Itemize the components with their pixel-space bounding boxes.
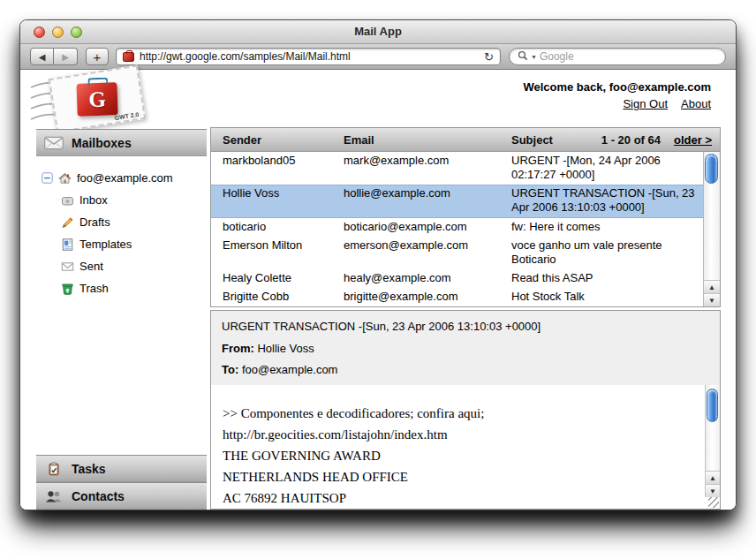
gwt-logo: G GWT 2.0 (49, 64, 146, 132)
tree-item-trash[interactable]: Trash (60, 277, 201, 299)
to-value: foo@example.com (242, 363, 338, 376)
tree-item-root[interactable]: foo@example.com (42, 167, 201, 189)
tree-item-label: foo@example.com (77, 171, 173, 185)
column-header-email: Email (344, 133, 511, 147)
sign-out-link[interactable]: Sign Out (623, 97, 668, 110)
email-body-line: http://br.geocities.com/listajohn/index.… (223, 424, 699, 445)
mail-row[interactable]: markboland05mark@example.comURGENT -[Mon… (211, 152, 703, 185)
subject-cell: Read this ASAP (511, 271, 703, 285)
site-favicon (123, 52, 134, 62)
search-icon (518, 49, 528, 64)
sender-cell: Hollie Voss (211, 186, 344, 215)
sender-cell: Emerson Milton (211, 238, 344, 267)
older-page-link[interactable]: older > (674, 133, 712, 147)
mail-row[interactable]: boticarioboticario@example.comfw: Here i… (211, 218, 703, 237)
sent-icon (60, 260, 75, 274)
subject-cell: URGENT TRANSACTION -[Sun, 23 Apr 2006 13… (511, 186, 703, 215)
mail-body: >> Componentes e decodificadores; confir… (211, 385, 720, 509)
window-titlebar[interactable]: Mail App (20, 20, 736, 44)
forward-icon: ▶ (62, 52, 69, 62)
zoom-window-button[interactable] (71, 26, 82, 38)
subject-cell: voce ganho um vale presente Boticario (511, 238, 703, 267)
email-cell: healy@example.com (344, 271, 511, 285)
templates-icon (60, 238, 75, 252)
minimize-window-button[interactable] (52, 26, 64, 38)
column-header-subject: Subject (511, 133, 601, 147)
trash-icon (60, 282, 75, 296)
tree-item-label: Trash (79, 282, 109, 295)
tree-collapse-icon[interactable] (42, 172, 53, 184)
mail-rows: markboland05mark@example.comURGENT -[Mon… (211, 152, 703, 306)
browser-window: Mail App ◀ ▶ + http://gwt.google.com/sam… (19, 19, 737, 510)
mail-row-selected[interactable]: Hollie Vosshollie@example.comURGENT TRAN… (211, 185, 703, 218)
tree-item-inbox[interactable]: Inbox (60, 189, 201, 211)
sender-cell: boticario (211, 220, 344, 234)
mail-detail-panel: URGENT TRANSACTION -[Sun, 23 Apr 2006 13… (210, 310, 721, 510)
search-bar[interactable]: ▼ (509, 48, 726, 65)
scroll-down-button[interactable]: ▼ (706, 484, 720, 497)
inbox-icon (60, 193, 75, 208)
mail-row[interactable]: Healy Colettehealy@example.comRead this … (211, 269, 703, 288)
sidebar-section-mailboxes[interactable]: Mailboxes (36, 129, 207, 156)
scroll-up-button[interactable]: ▲ (704, 280, 720, 293)
mail-list-panel: Sender Email Subject 1 - 20 of 64 older … (210, 127, 721, 307)
tree-item-label: Sent (79, 260, 103, 273)
url-text[interactable]: http://gwt.google.com/samples/Mail/Mail.… (140, 50, 479, 63)
tree-item-drafts[interactable]: Drafts (60, 211, 201, 233)
mail-list-scrollbar[interactable]: ▲ ▼ (703, 152, 720, 306)
welcome-block: Welcome back, foo@example.com Sign OutAb… (523, 80, 711, 110)
sidebar-section-contacts[interactable]: Contacts (36, 482, 207, 510)
drafts-icon (60, 215, 75, 230)
back-icon: ◀ (39, 52, 46, 62)
scroll-up-button[interactable]: ▲ (706, 471, 720, 484)
home-icon (57, 171, 72, 185)
sender-cell: markboland05 (211, 154, 344, 182)
search-input[interactable] (540, 50, 717, 63)
back-button[interactable]: ◀ (30, 48, 54, 65)
tree-item-templates[interactable]: Templates (60, 233, 201, 255)
tree-item-label: Drafts (79, 215, 110, 229)
welcome-text: Welcome back, foo@example.com (523, 80, 711, 94)
forward-button[interactable]: ▶ (54, 48, 78, 65)
from-value: Hollie Voss (257, 342, 314, 355)
tree-item-sent[interactable]: Sent (60, 255, 201, 277)
scrollbar-thumb[interactable] (705, 154, 718, 184)
mailboxes-envelope-icon (44, 136, 64, 150)
refresh-icon[interactable]: ↻ (484, 51, 494, 63)
search-engine-dropdown-icon[interactable]: ▼ (531, 54, 537, 60)
sidebar-section-tasks[interactable]: Tasks (36, 455, 207, 482)
mail-row[interactable]: Brigitte Cobbbrigitte@example.comHot Sto… (211, 288, 703, 306)
scrollbar-thumb[interactable] (707, 389, 718, 422)
mail-row[interactable]: Emerson Miltonemerson@example.comvoce ga… (211, 237, 703, 269)
page-range: 1 - 20 of 64 (601, 133, 661, 147)
plus-icon: + (94, 49, 102, 64)
column-header-sender: Sender (211, 133, 344, 147)
tasks-label: Tasks (72, 462, 106, 476)
mail-list-header: Sender Email Subject 1 - 20 of 64 older … (211, 128, 720, 152)
sender-cell: Healy Colette (211, 271, 344, 285)
from-label: From: (222, 342, 254, 355)
about-link[interactable]: About (681, 97, 711, 110)
to-label: To: (222, 363, 238, 376)
gwt-toolbox-icon: G (76, 82, 117, 117)
mailbox-tree: foo@example.com InboxDraftsTemplatesSent… (36, 156, 207, 455)
contacts-label: Contacts (72, 489, 125, 503)
resize-grip-icon[interactable] (708, 497, 719, 508)
tree-item-label: Templates (79, 238, 132, 251)
contacts-people-icon (44, 489, 64, 503)
tree-item-label: Inbox (79, 193, 108, 207)
scroll-down-button[interactable]: ▼ (704, 293, 720, 306)
mail-body-scrollbar[interactable]: ▲ ▼ (705, 385, 720, 497)
email-cell: brigitte@example.com (344, 290, 511, 304)
subject-cell: fw: Here it comes (511, 220, 703, 234)
address-bar[interactable]: http://gwt.google.com/samples/Mail/Mail.… (116, 48, 501, 65)
sidebar-stack-panel: Mailboxes foo@example.com InboxDraftsTem… (36, 129, 207, 510)
email-body-line: NETHERLANDS HEAD OFFICE (223, 466, 699, 487)
close-window-button[interactable] (34, 26, 45, 38)
email-cell: hollie@example.com (344, 186, 511, 215)
email-cell: emerson@example.com (344, 238, 511, 267)
email-body-line: THE GOVERNING AWARD (223, 445, 699, 466)
page-content: G GWT 2.0 Welcome back, foo@example.com … (20, 70, 736, 510)
new-tab-button[interactable]: + (86, 48, 109, 65)
tasks-clipboard-icon (44, 462, 64, 476)
